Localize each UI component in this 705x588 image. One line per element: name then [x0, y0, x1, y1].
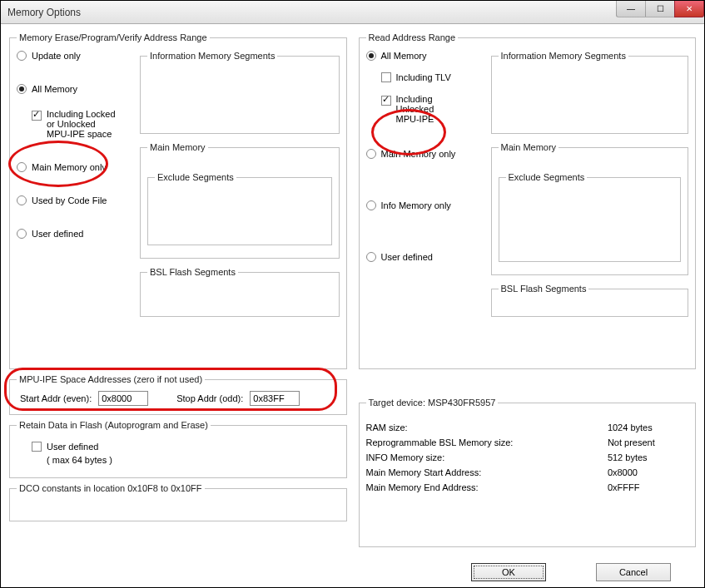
- right-column: Read Address Range All Memory Including …: [359, 32, 697, 547]
- check-including-mpu-ipe[interactable]: Including Locked or Unlocked MPU-IPE spa…: [32, 109, 133, 139]
- target-row-mstart: Main Memory Start Address: 0x8000: [366, 467, 689, 477]
- target-row-ram: RAM size: 1024 bytes: [366, 422, 689, 432]
- radio-read-all-memory[interactable]: All Memory: [366, 51, 483, 61]
- mpu-ipe-addresses-group: MPU-IPE Space Addresses (zero if not use…: [9, 374, 347, 415]
- check-retain-user-defined[interactable]: User defined: [32, 442, 340, 452]
- dialog-footer: OK Cancel: [1, 556, 704, 587]
- target-row-bsl: Reprogrammable BSL Memory size: Not pres…: [366, 437, 689, 447]
- start-addr-input[interactable]: [98, 391, 148, 406]
- retain-hint: ( max 64 bytes ): [47, 455, 340, 465]
- maximize-button[interactable]: ☐: [645, 1, 675, 17]
- close-button[interactable]: ✕: [674, 1, 704, 17]
- read-exclude-segments-box: Exclude Segments: [499, 172, 682, 262]
- target-device-group: Target device: MSP430FR5957 RAM size: 10…: [359, 398, 697, 547]
- ok-button[interactable]: OK: [471, 563, 546, 581]
- read-address-range-group: Read Address Range All Memory Including …: [359, 32, 697, 369]
- radio-update-only[interactable]: Update only: [17, 51, 133, 61]
- dco-constants-group: DCO constants in location 0x10F8 to 0x10…: [9, 483, 347, 521]
- read-info-memory-segments-box: Information Memory Segments: [491, 51, 689, 134]
- minimize-button[interactable]: —: [616, 1, 646, 17]
- read-boxes-stack: Information Memory Segments Main Memory …: [491, 47, 689, 322]
- left-column: Memory Erase/Program/Verify Address Rang…: [9, 32, 347, 547]
- radio-used-by-code-file[interactable]: Used by Code File: [17, 195, 133, 205]
- erase-program-verify-group: Memory Erase/Program/Verify Address Rang…: [9, 32, 347, 369]
- check-including-tlv[interactable]: Including TLV: [381, 72, 483, 82]
- radio-read-main-only[interactable]: Main Memory only: [366, 149, 483, 159]
- window-title: Memory Options: [7, 7, 81, 18]
- radio-main-memory-only[interactable]: Main Memory only: [17, 162, 133, 172]
- main-memory-box: Main Memory Exclude Segments: [140, 142, 340, 259]
- info-memory-segments-box: Information Memory Segments: [140, 51, 340, 134]
- cancel-button[interactable]: Cancel: [596, 563, 671, 581]
- erase-radio-stack: Update only All Memory Including Locked …: [17, 47, 133, 242]
- radio-all-memory[interactable]: All Memory: [17, 84, 133, 94]
- read-radio-stack: All Memory Including TLV Including Unloc…: [366, 47, 483, 265]
- bsl-flash-segments-box: BSL Flash Segments: [140, 267, 340, 317]
- target-row-info: INFO Memory size: 512 bytes: [366, 452, 689, 462]
- exclude-segments-box: Exclude Segments: [147, 172, 332, 245]
- radio-user-defined[interactable]: User defined: [17, 229, 133, 239]
- erase-boxes-stack: Information Memory Segments Main Memory …: [140, 47, 340, 322]
- start-addr-label: Start Addr (even):: [20, 393, 92, 403]
- read-main-memory-box: Main Memory Exclude Segments: [491, 142, 689, 275]
- retain-data-group: Retain Data in Flash (Autoprogram and Er…: [9, 420, 347, 478]
- check-including-unlocked-mpu-ipe[interactable]: Including Unlocked MPU-IPE: [381, 94, 483, 124]
- group-label: Memory Erase/Program/Verify Address Rang…: [17, 32, 210, 42]
- stop-addr-label: Stop Addr (odd):: [176, 393, 243, 403]
- read-bsl-flash-segments-box: BSL Flash Segments: [491, 284, 689, 317]
- stop-addr-input[interactable]: [250, 391, 300, 406]
- titlebar: Memory Options — ☐ ✕: [1, 1, 704, 24]
- radio-read-info-only[interactable]: Info Memory only: [366, 200, 483, 210]
- target-row-mend: Main Memory End Address: 0xFFFF: [366, 482, 689, 492]
- radio-read-user-defined[interactable]: User defined: [366, 252, 483, 262]
